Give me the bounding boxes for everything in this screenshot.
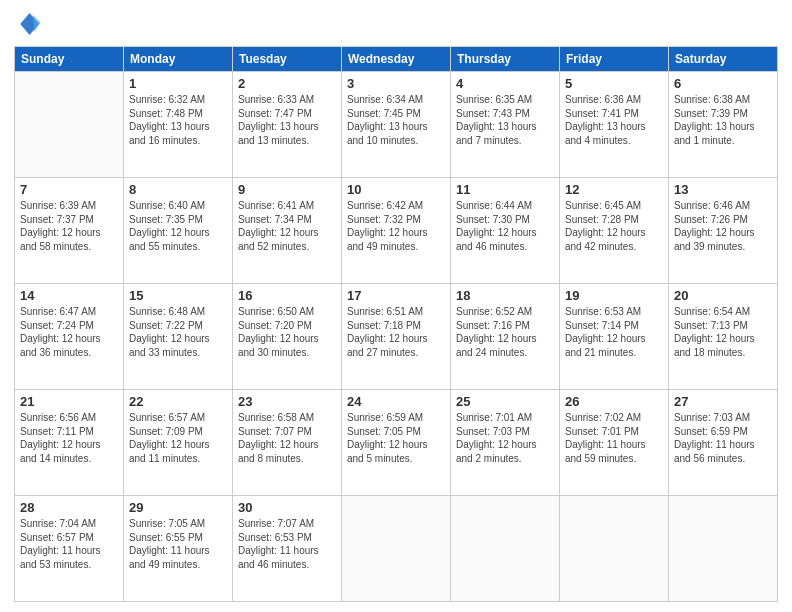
day-number: 7 [20,182,118,197]
calendar-day-cell [560,496,669,602]
day-info: Sunrise: 6:53 AMSunset: 7:14 PMDaylight:… [565,305,663,359]
day-number: 17 [347,288,445,303]
day-number: 9 [238,182,336,197]
day-number: 23 [238,394,336,409]
calendar-week-row: 28Sunrise: 7:04 AMSunset: 6:57 PMDayligh… [15,496,778,602]
weekday-header-cell: Monday [124,47,233,72]
day-number: 5 [565,76,663,91]
day-info: Sunrise: 6:38 AMSunset: 7:39 PMDaylight:… [674,93,772,147]
day-number: 1 [129,76,227,91]
day-info: Sunrise: 6:50 AMSunset: 7:20 PMDaylight:… [238,305,336,359]
logo [14,10,46,38]
calendar-day-cell: 8Sunrise: 6:40 AMSunset: 7:35 PMDaylight… [124,178,233,284]
day-number: 28 [20,500,118,515]
day-info: Sunrise: 6:35 AMSunset: 7:43 PMDaylight:… [456,93,554,147]
day-info: Sunrise: 6:48 AMSunset: 7:22 PMDaylight:… [129,305,227,359]
calendar-day-cell: 29Sunrise: 7:05 AMSunset: 6:55 PMDayligh… [124,496,233,602]
day-number: 16 [238,288,336,303]
calendar-day-cell: 5Sunrise: 6:36 AMSunset: 7:41 PMDaylight… [560,72,669,178]
calendar-day-cell: 11Sunrise: 6:44 AMSunset: 7:30 PMDayligh… [451,178,560,284]
calendar-day-cell: 7Sunrise: 6:39 AMSunset: 7:37 PMDaylight… [15,178,124,284]
weekday-header-cell: Friday [560,47,669,72]
day-info: Sunrise: 6:52 AMSunset: 7:16 PMDaylight:… [456,305,554,359]
calendar-week-row: 21Sunrise: 6:56 AMSunset: 7:11 PMDayligh… [15,390,778,496]
calendar-week-row: 7Sunrise: 6:39 AMSunset: 7:37 PMDaylight… [15,178,778,284]
calendar-day-cell: 21Sunrise: 6:56 AMSunset: 7:11 PMDayligh… [15,390,124,496]
calendar-day-cell: 19Sunrise: 6:53 AMSunset: 7:14 PMDayligh… [560,284,669,390]
calendar-day-cell: 22Sunrise: 6:57 AMSunset: 7:09 PMDayligh… [124,390,233,496]
calendar-day-cell: 1Sunrise: 6:32 AMSunset: 7:48 PMDaylight… [124,72,233,178]
weekday-header-cell: Saturday [669,47,778,72]
day-info: Sunrise: 6:41 AMSunset: 7:34 PMDaylight:… [238,199,336,253]
weekday-header-cell: Wednesday [342,47,451,72]
calendar-day-cell: 12Sunrise: 6:45 AMSunset: 7:28 PMDayligh… [560,178,669,284]
calendar-day-cell: 30Sunrise: 7:07 AMSunset: 6:53 PMDayligh… [233,496,342,602]
calendar-day-cell: 16Sunrise: 6:50 AMSunset: 7:20 PMDayligh… [233,284,342,390]
day-info: Sunrise: 6:32 AMSunset: 7:48 PMDaylight:… [129,93,227,147]
page: SundayMondayTuesdayWednesdayThursdayFrid… [0,0,792,612]
day-number: 4 [456,76,554,91]
day-info: Sunrise: 6:57 AMSunset: 7:09 PMDaylight:… [129,411,227,465]
day-info: Sunrise: 7:05 AMSunset: 6:55 PMDaylight:… [129,517,227,571]
day-info: Sunrise: 6:51 AMSunset: 7:18 PMDaylight:… [347,305,445,359]
weekday-header-cell: Tuesday [233,47,342,72]
day-info: Sunrise: 6:36 AMSunset: 7:41 PMDaylight:… [565,93,663,147]
day-info: Sunrise: 6:45 AMSunset: 7:28 PMDaylight:… [565,199,663,253]
day-number: 20 [674,288,772,303]
calendar-day-cell: 3Sunrise: 6:34 AMSunset: 7:45 PMDaylight… [342,72,451,178]
calendar-day-cell: 6Sunrise: 6:38 AMSunset: 7:39 PMDaylight… [669,72,778,178]
day-number: 13 [674,182,772,197]
calendar-week-row: 1Sunrise: 6:32 AMSunset: 7:48 PMDaylight… [15,72,778,178]
calendar-day-cell [451,496,560,602]
calendar-table: SundayMondayTuesdayWednesdayThursdayFrid… [14,46,778,602]
day-number: 14 [20,288,118,303]
weekday-header: SundayMondayTuesdayWednesdayThursdayFrid… [15,47,778,72]
day-number: 10 [347,182,445,197]
day-number: 30 [238,500,336,515]
calendar-day-cell: 25Sunrise: 7:01 AMSunset: 7:03 PMDayligh… [451,390,560,496]
day-info: Sunrise: 7:02 AMSunset: 7:01 PMDaylight:… [565,411,663,465]
weekday-header-cell: Sunday [15,47,124,72]
calendar-day-cell: 17Sunrise: 6:51 AMSunset: 7:18 PMDayligh… [342,284,451,390]
day-number: 2 [238,76,336,91]
day-number: 8 [129,182,227,197]
day-info: Sunrise: 7:01 AMSunset: 7:03 PMDaylight:… [456,411,554,465]
calendar-day-cell: 26Sunrise: 7:02 AMSunset: 7:01 PMDayligh… [560,390,669,496]
day-info: Sunrise: 6:59 AMSunset: 7:05 PMDaylight:… [347,411,445,465]
calendar-day-cell: 2Sunrise: 6:33 AMSunset: 7:47 PMDaylight… [233,72,342,178]
day-info: Sunrise: 6:33 AMSunset: 7:47 PMDaylight:… [238,93,336,147]
day-number: 25 [456,394,554,409]
header [14,10,778,38]
day-info: Sunrise: 6:56 AMSunset: 7:11 PMDaylight:… [20,411,118,465]
day-info: Sunrise: 6:54 AMSunset: 7:13 PMDaylight:… [674,305,772,359]
day-info: Sunrise: 6:34 AMSunset: 7:45 PMDaylight:… [347,93,445,147]
calendar-day-cell: 28Sunrise: 7:04 AMSunset: 6:57 PMDayligh… [15,496,124,602]
day-number: 29 [129,500,227,515]
calendar-day-cell: 18Sunrise: 6:52 AMSunset: 7:16 PMDayligh… [451,284,560,390]
calendar-day-cell [669,496,778,602]
day-info: Sunrise: 7:07 AMSunset: 6:53 PMDaylight:… [238,517,336,571]
day-number: 26 [565,394,663,409]
calendar-body: 1Sunrise: 6:32 AMSunset: 7:48 PMDaylight… [15,72,778,602]
day-number: 24 [347,394,445,409]
day-number: 21 [20,394,118,409]
day-number: 18 [456,288,554,303]
calendar-day-cell [342,496,451,602]
calendar-day-cell: 15Sunrise: 6:48 AMSunset: 7:22 PMDayligh… [124,284,233,390]
day-number: 6 [674,76,772,91]
day-info: Sunrise: 7:03 AMSunset: 6:59 PMDaylight:… [674,411,772,465]
day-info: Sunrise: 6:47 AMSunset: 7:24 PMDaylight:… [20,305,118,359]
day-number: 22 [129,394,227,409]
day-number: 3 [347,76,445,91]
calendar-day-cell: 10Sunrise: 6:42 AMSunset: 7:32 PMDayligh… [342,178,451,284]
calendar-day-cell: 24Sunrise: 6:59 AMSunset: 7:05 PMDayligh… [342,390,451,496]
day-info: Sunrise: 6:44 AMSunset: 7:30 PMDaylight:… [456,199,554,253]
calendar-day-cell: 9Sunrise: 6:41 AMSunset: 7:34 PMDaylight… [233,178,342,284]
calendar-day-cell [15,72,124,178]
day-number: 12 [565,182,663,197]
day-number: 19 [565,288,663,303]
calendar-day-cell: 20Sunrise: 6:54 AMSunset: 7:13 PMDayligh… [669,284,778,390]
day-info: Sunrise: 6:58 AMSunset: 7:07 PMDaylight:… [238,411,336,465]
logo-icon [14,10,42,38]
day-number: 27 [674,394,772,409]
